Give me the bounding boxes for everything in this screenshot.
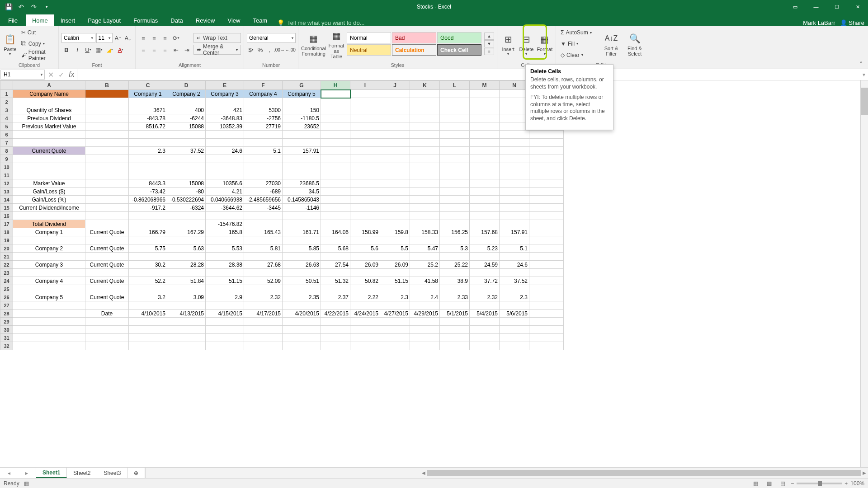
copy-button[interactable]: ⿻Copy▾ — [19, 39, 56, 49]
format-cells-button[interactable]: ▦Format▾ — [537, 27, 553, 61]
cell-C29[interactable] — [129, 318, 167, 326]
cell-R30[interactable] — [529, 326, 564, 334]
cell-K12[interactable] — [410, 179, 440, 188]
cell-B8[interactable] — [85, 147, 129, 155]
cell-B12[interactable] — [85, 179, 129, 188]
cell-N2[interactable] — [500, 98, 529, 106]
cell-E11[interactable] — [206, 171, 244, 179]
cell-C20[interactable]: 5.75 — [129, 244, 167, 253]
row-header-7[interactable]: 7 — [0, 139, 13, 147]
cell-J25[interactable] — [380, 285, 410, 293]
cell-N17[interactable] — [500, 220, 529, 228]
cell-H12[interactable] — [321, 179, 350, 188]
cell-F31[interactable] — [244, 334, 283, 342]
cell-D1[interactable]: Company 2 — [167, 90, 206, 98]
cell-C11[interactable] — [129, 171, 167, 179]
tab-data[interactable]: Data — [164, 14, 189, 26]
cell-R28[interactable] — [529, 310, 564, 318]
cell-M11[interactable] — [470, 171, 500, 179]
sheet-tab-sheet2[interactable]: Sheet2 — [67, 468, 97, 478]
cell-H1[interactable] — [321, 90, 350, 98]
cell-G10[interactable] — [283, 163, 321, 171]
expand-formula-bar-icon[interactable]: ▼ — [862, 72, 866, 77]
autosum-button[interactable]: ΣAutoSum▾ — [559, 28, 599, 38]
cell-B1[interactable] — [85, 90, 129, 98]
cell-C22[interactable]: 30.2 — [129, 261, 167, 269]
cell-E22[interactable]: 28.38 — [206, 261, 244, 269]
cell-H7[interactable] — [321, 139, 350, 147]
sheet-nav-last-icon[interactable]: ▸ — [25, 470, 28, 476]
cell-B24[interactable]: Current Quote — [85, 277, 129, 285]
row-header-17[interactable]: 17 — [0, 220, 13, 228]
cell-D24[interactable]: 51.84 — [167, 277, 206, 285]
cell-L25[interactable] — [440, 285, 470, 293]
cell-R7[interactable] — [529, 139, 564, 147]
cell-G15[interactable]: -1146 — [283, 204, 321, 212]
cell-E15[interactable]: -3644.62 — [206, 204, 244, 212]
cell-J14[interactable] — [380, 196, 410, 204]
name-box[interactable]: H1▼ — [0, 70, 45, 80]
cell-K25[interactable] — [410, 285, 440, 293]
cell-C15[interactable]: -917.2 — [129, 204, 167, 212]
cell-F27[interactable] — [244, 301, 283, 310]
cell-E30[interactable] — [206, 326, 244, 334]
cell-J4[interactable] — [380, 114, 410, 122]
find-select-button[interactable]: 🔍Find & Select — [624, 27, 646, 61]
cell-G23[interactable] — [283, 269, 321, 277]
cell-N23[interactable] — [500, 269, 529, 277]
cell-D31[interactable] — [167, 334, 206, 342]
fx-icon[interactable]: fx — [69, 70, 74, 79]
cell-J29[interactable] — [380, 318, 410, 326]
cell-F10[interactable] — [244, 163, 283, 171]
cell-C19[interactable] — [129, 236, 167, 244]
cell-R9[interactable] — [529, 155, 564, 163]
cell-B16[interactable] — [85, 212, 129, 220]
row-header-23[interactable]: 23 — [0, 269, 13, 277]
cell-K31[interactable] — [410, 334, 440, 342]
cell-J2[interactable] — [380, 98, 410, 106]
row-header-21[interactable]: 21 — [0, 253, 13, 261]
cell-F32[interactable] — [244, 342, 283, 350]
cell-M28[interactable]: 5/4/2015 — [470, 310, 500, 318]
row-header-28[interactable]: 28 — [0, 310, 13, 318]
cell-C24[interactable]: 52.2 — [129, 277, 167, 285]
cell-N15[interactable] — [500, 204, 529, 212]
cell-G24[interactable]: 50.51 — [283, 277, 321, 285]
cell-E6[interactable] — [206, 131, 244, 139]
user-name[interactable]: Mark LaBarr — [803, 19, 835, 26]
cell-N21[interactable] — [500, 253, 529, 261]
cell-I25[interactable] — [350, 285, 380, 293]
cell-G20[interactable]: 5.85 — [283, 244, 321, 253]
cell-I23[interactable] — [350, 269, 380, 277]
tab-view[interactable]: View — [221, 14, 246, 26]
cell-R31[interactable] — [529, 334, 564, 342]
column-header-M[interactable]: M — [470, 81, 500, 90]
cell-A7[interactable] — [13, 139, 85, 147]
cell-D22[interactable]: 28.28 — [167, 261, 206, 269]
row-header-19[interactable]: 19 — [0, 236, 13, 244]
cell-M14[interactable] — [470, 196, 500, 204]
cell-F28[interactable]: 4/17/2015 — [244, 310, 283, 318]
cell-G31[interactable] — [283, 334, 321, 342]
cell-A5[interactable]: Previous Market Value — [13, 122, 85, 131]
cell-K9[interactable] — [410, 155, 440, 163]
cell-F18[interactable]: 165.43 — [244, 228, 283, 236]
cell-H8[interactable] — [321, 147, 350, 155]
align-middle-icon[interactable]: ≡ — [149, 33, 159, 43]
increase-font-icon[interactable]: A↑ — [113, 33, 123, 43]
cell-D9[interactable] — [167, 155, 206, 163]
cell-K26[interactable]: 2.4 — [410, 293, 440, 301]
cell-D30[interactable] — [167, 326, 206, 334]
cell-L30[interactable] — [440, 326, 470, 334]
cell-E17[interactable]: -15476.82 — [206, 220, 244, 228]
number-format-combo[interactable]: General▼ — [247, 33, 296, 43]
row-header-24[interactable]: 24 — [0, 277, 13, 285]
cell-H20[interactable]: 5.68 — [321, 244, 350, 253]
cell-F24[interactable]: 52.09 — [244, 277, 283, 285]
cell-K24[interactable]: 41.58 — [410, 277, 440, 285]
cell-J20[interactable]: 5.5 — [380, 244, 410, 253]
delete-cells-button[interactable]: ⊟Delete▾ — [518, 27, 534, 61]
cell-C16[interactable] — [129, 212, 167, 220]
cell-A2[interactable] — [13, 98, 85, 106]
italic-button[interactable]: I — [72, 45, 82, 55]
